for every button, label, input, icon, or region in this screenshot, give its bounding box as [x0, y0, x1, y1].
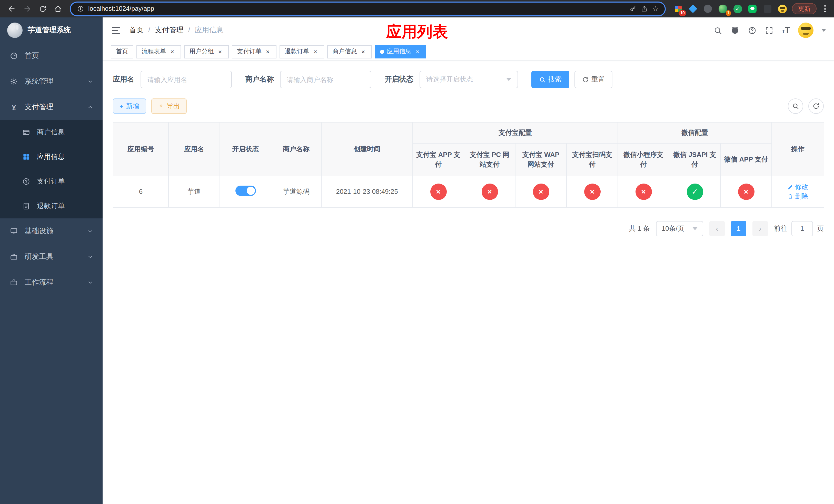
browser-home-button[interactable] [51, 2, 65, 15]
export-button[interactable]: 导出 [151, 98, 186, 114]
sidebar-item-payment[interactable]: ¥ 支付管理 [0, 94, 103, 120]
tab-merchant-info[interactable]: 商户信息 × [327, 45, 372, 58]
github-icon[interactable] [730, 26, 740, 35]
yen-icon: ¥ [9, 103, 19, 112]
navbar-actions: TT [714, 23, 826, 38]
extension-gem-icon[interactable] [688, 4, 698, 14]
refresh-icon-button[interactable] [808, 98, 824, 114]
sidebar-collapse-icon[interactable] [111, 25, 121, 36]
document-icon [22, 202, 31, 210]
next-page-button[interactable]: › [752, 221, 768, 236]
column-header-created: 创建时间 [321, 122, 413, 176]
breadcrumb-payment[interactable]: 支付管理 [144, 26, 184, 35]
main-area: 首页 支付管理 应用信息 [103, 18, 834, 504]
extension-dark-square-icon[interactable] [762, 4, 772, 14]
user-menu-caret-icon[interactable] [822, 29, 826, 31]
add-button[interactable]: + 新增 [113, 98, 146, 114]
column-header-wechat-mini: 微信小程序支付 [618, 143, 669, 176]
tab-close-icon[interactable]: × [312, 48, 319, 55]
tab-close-icon[interactable]: × [414, 48, 421, 55]
edit-button[interactable]: 修改 [787, 182, 808, 191]
extension-chat-icon[interactable] [747, 4, 758, 14]
app-logo[interactable]: 芋道管理系统 [0, 18, 103, 43]
tab-app-info[interactable]: 应用信息 × [375, 45, 426, 58]
status-toggle[interactable] [235, 186, 256, 196]
share-icon[interactable] [641, 5, 648, 12]
sidebar-item-merchant-info[interactable]: 商户信息 [0, 120, 103, 144]
goto-page-input[interactable] [791, 221, 813, 236]
extension-profile-icon[interactable]: 1 [718, 4, 728, 14]
browser-back-button[interactable] [5, 2, 19, 15]
tab-label: 首页 [116, 47, 128, 56]
tab-close-icon[interactable]: × [359, 48, 367, 55]
cell-status [220, 176, 271, 207]
site-info-icon[interactable] [77, 5, 84, 12]
tab-home[interactable]: 首页 [111, 45, 133, 58]
extension-check-icon[interactable]: ✓ [732, 4, 743, 14]
sidebar-item-dev-tools[interactable]: 研发工具 [0, 244, 103, 270]
search-button[interactable]: 搜索 [531, 71, 569, 88]
sidebar-item-workflow[interactable]: 工作流程 [0, 270, 103, 295]
prev-page-button[interactable]: ‹ [709, 221, 725, 236]
address-bar[interactable]: localhost:1024/pay/app ☆ [71, 2, 665, 15]
status-select[interactable]: 请选择开启状态 [420, 71, 518, 88]
tab-refund-orders[interactable]: 退款订单 × [280, 45, 324, 58]
logo-avatar-icon [7, 23, 23, 38]
pay-circle-icon [22, 177, 31, 186]
tab-process-form[interactable]: 流程表单 × [136, 45, 181, 58]
sidebar-item-home[interactable]: 首页 [0, 43, 103, 69]
sidebar-item-label: 系统管理 [25, 77, 53, 86]
page-number-button[interactable]: 1 [731, 221, 746, 236]
extension-puzzle-icon[interactable]: 10 [673, 4, 683, 14]
search-icon[interactable] [714, 26, 722, 35]
help-icon[interactable] [748, 26, 756, 35]
toggle-search-icon-button[interactable] [788, 98, 803, 114]
extension-emoji-icon[interactable] [777, 4, 787, 14]
column-header-app-name: 应用名 [169, 122, 220, 176]
column-group-alipay: 支付宝配置 [413, 122, 618, 143]
cell-alipay-app: × [413, 176, 464, 207]
chevron-up-icon [87, 104, 93, 110]
column-header-status: 开启状态 [220, 122, 271, 176]
fullscreen-icon[interactable] [765, 26, 773, 35]
page-size-select[interactable]: 10条/页 [656, 221, 703, 236]
password-key-icon[interactable] [630, 5, 637, 12]
page-size-value: 10条/页 [662, 224, 684, 233]
column-header-merchant: 商户名称 [271, 122, 321, 176]
cell-actions: 修改 删除 [772, 176, 824, 207]
tab-label: 应用信息 [387, 47, 411, 56]
breadcrumb-home[interactable]: 首页 [129, 26, 144, 35]
tab-close-icon[interactable]: × [169, 48, 176, 55]
merchant-name-input[interactable] [280, 71, 371, 88]
edit-button-label: 修改 [795, 182, 808, 191]
font-size-icon[interactable]: TT [782, 26, 790, 35]
disabled-cross-icon: × [738, 183, 754, 200]
app-name-input[interactable] [140, 71, 232, 88]
browser-forward-button[interactable] [21, 2, 34, 15]
sidebar-item-app-info[interactable]: 应用信息 [0, 144, 103, 169]
status-select-placeholder: 请选择开启状态 [426, 75, 473, 84]
delete-button[interactable]: 删除 [787, 191, 808, 201]
enabled-check-icon: ✓ [686, 183, 703, 200]
browser-menu-icon[interactable] [821, 3, 829, 14]
cell-wechat-jsapi: ✓ [669, 176, 720, 207]
pagination: 共 1 条 10条/页 ‹ 1 › 前往 页 [113, 221, 824, 236]
tab-user-group[interactable]: 用户分组 × [184, 45, 229, 58]
extension-dark-circle-icon[interactable] [703, 4, 713, 14]
sidebar-item-refund-orders[interactable]: 退款订单 [0, 194, 103, 219]
user-avatar[interactable] [798, 23, 813, 38]
monitor-icon [9, 227, 19, 235]
sidebar-item-label: 工作流程 [25, 278, 53, 287]
tab-pay-orders[interactable]: 支付订单 × [232, 45, 277, 58]
reset-button[interactable]: 重置 [574, 71, 612, 88]
sidebar-item-label: 退款订单 [37, 202, 65, 211]
sidebar-item-system[interactable]: 系统管理 [0, 69, 103, 94]
bookmark-star-icon[interactable]: ☆ [652, 5, 659, 13]
browser-reload-button[interactable] [36, 2, 49, 15]
url-text[interactable]: localhost:1024/pay/app [88, 5, 626, 12]
browser-update-button[interactable]: 更新 [792, 3, 816, 14]
sidebar-item-infrastructure[interactable]: 基础设施 [0, 219, 103, 244]
tab-close-icon[interactable]: × [264, 48, 271, 55]
sidebar-item-pay-orders[interactable]: 支付订单 [0, 169, 103, 194]
tab-close-icon[interactable]: × [216, 48, 224, 55]
